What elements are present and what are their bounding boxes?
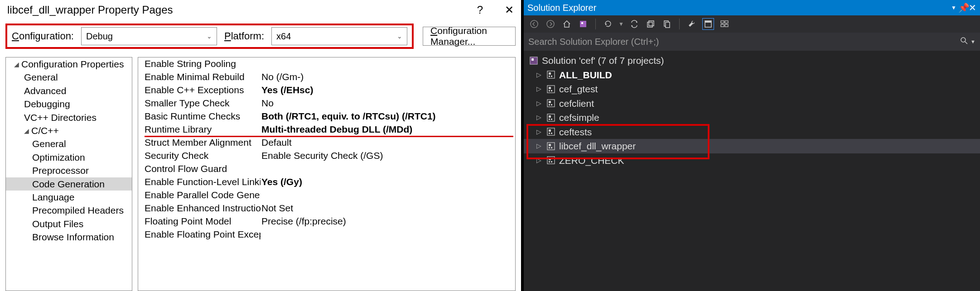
tree-item[interactable]: Code Generation [6,177,132,191]
svg-rect-12 [721,24,724,27]
property-grid[interactable]: Enable String PoolingEnable Minimal Rebu… [138,57,516,291]
property-row[interactable]: Smaller Type CheckNo [138,97,515,110]
property-value[interactable] [261,162,515,176]
expand-caret-icon[interactable]: ▷ [536,113,543,122]
expand-caret-icon[interactable]: ◢ [24,127,29,136]
project-item[interactable]: ▷cefsimple [524,110,980,125]
property-name: Control Flow Guard [138,162,261,176]
help-button[interactable]: ? [477,4,483,16]
property-value[interactable] [261,189,515,202]
tree-item-label: General [32,138,66,149]
property-value[interactable]: No (/Gm-) [261,71,515,84]
tree-item-label: Configuration Properties [21,59,124,69]
property-tree[interactable]: ◢Configuration PropertiesGeneralAdvanced… [5,57,132,291]
search-icon[interactable]: ▼ [960,37,975,47]
tree-item[interactable]: Language [6,191,132,204]
project-item[interactable]: ▷ceftests [524,125,980,139]
solution-explorer-tree[interactable]: Solution 'cef' (7 of 7 projects)▷ALL_BUI… [524,51,980,291]
tree-item[interactable]: VC++ Directories [6,111,132,124]
property-row[interactable]: Basic Runtime ChecksBoth (/RTC1, equiv. … [138,110,515,123]
project-name: cef_gtest [559,82,598,96]
chevron-down-icon: ⌄ [207,33,212,40]
property-value[interactable]: Yes (/EHsc) [261,84,515,97]
tree-item[interactable]: Optimization [6,151,132,164]
expand-caret-icon[interactable]: ▷ [536,127,543,137]
expand-caret-icon[interactable]: ◢ [14,60,19,69]
svg-rect-5 [649,21,654,26]
dialog-title: libcef_dll_wrapper Property Pages [7,4,173,16]
svg-rect-40 [551,133,552,134]
solution-icon[interactable] [577,18,589,30]
property-row[interactable]: Enable Floating Point Exception [138,228,515,241]
preview-selected-icon[interactable] [702,18,714,30]
expand-caret-icon[interactable]: ▷ [536,141,543,151]
sync-icon[interactable] [628,18,640,30]
property-row[interactable]: Floating Point ModelPrecise (/fp:precise… [138,215,515,228]
expand-caret-icon[interactable]: ▷ [536,70,543,80]
refresh-icon[interactable] [602,18,614,30]
property-row[interactable]: Security CheckEnable Security Check (/GS… [138,149,515,162]
expand-caret-icon[interactable]: ▷ [536,99,543,108]
tree-item-label: VC++ Directories [24,112,97,123]
back-icon[interactable] [528,18,540,30]
tree-item[interactable]: Output Files [6,217,132,230]
pin-icon[interactable]: 📌 [958,2,966,13]
solution-explorer-search[interactable]: Search Solution Explorer (Ctrl+;) ▼ [524,33,980,51]
property-value[interactable]: Precise (/fp:precise) [261,215,515,228]
property-row[interactable]: Enable Parallel Code Generation [138,189,515,202]
home-icon[interactable] [561,18,573,30]
project-item[interactable]: ▷cef_gtest [524,82,980,96]
property-value[interactable] [261,57,515,71]
tree-item[interactable]: Browse Information [6,230,132,243]
tree-item[interactable]: Advanced [6,84,132,97]
property-row[interactable]: Control Flow Guard [138,162,515,176]
chevron-down-icon[interactable]: ▼ [618,21,624,27]
show-all-files-icon[interactable] [661,18,673,30]
close-icon[interactable]: ✕ [968,2,976,13]
project-item[interactable]: ▷ALL_BUILD [524,68,980,82]
tree-item-label: Optimization [32,152,85,162]
tree-item[interactable]: ◢C/C++ [6,124,132,137]
tree-item[interactable]: Preprocessor [6,164,132,177]
property-row[interactable]: Enable Function-Level LinkingYes (/Gy) [138,176,515,189]
property-row[interactable]: Runtime LibraryMulti-threaded Debug DLL … [138,123,515,136]
configuration-manager-button[interactable]: Configuration Manager... [423,27,516,46]
property-row[interactable]: Struct Member AlignmentDefault [138,136,515,149]
property-value[interactable]: No [261,97,515,110]
project-item[interactable]: ▷ZERO_CHECK [524,153,980,168]
tree-item[interactable]: General [6,71,132,84]
property-value[interactable]: Not Set [261,202,515,215]
chevron-down-icon[interactable]: ▼ [951,5,956,11]
collapse-all-icon[interactable] [645,18,657,30]
tree-item-label: C/C++ [31,125,59,136]
solution-root[interactable]: Solution 'cef' (7 of 7 projects) [524,53,980,68]
properties-icon[interactable] [686,18,698,30]
property-row[interactable]: Enable String Pooling [138,57,515,71]
view-icon[interactable] [719,18,730,30]
property-value[interactable]: Multi-threaded Debug DLL (/MDd) [261,123,515,136]
close-button[interactable]: ✕ [505,4,514,16]
svg-rect-46 [549,158,551,160]
project-item[interactable]: ▷libcef_dll_wrapper [524,139,980,153]
property-value[interactable]: Enable Security Check (/GS) [261,149,515,162]
property-row[interactable]: Enable Enhanced Instruction SetNot Set [138,202,515,215]
property-value[interactable] [261,228,515,241]
platform-dropdown[interactable]: x64 ⌄ [271,27,407,45]
expand-caret-icon[interactable]: ▷ [536,156,543,165]
forward-icon[interactable] [545,18,556,30]
tree-item[interactable]: Debugging [6,97,132,110]
tree-item[interactable]: Precompiled Headers [6,204,132,217]
property-row[interactable]: Enable Minimal RebuildNo (/Gm-) [138,71,515,84]
platform-value: x64 [276,31,291,42]
property-value[interactable]: Default [261,136,515,149]
tree-item[interactable]: General [6,137,132,150]
configuration-dropdown[interactable]: Debug ⌄ [81,27,217,45]
tree-item[interactable]: ◢Configuration Properties [6,57,132,71]
property-row[interactable]: Enable C++ ExceptionsYes (/EHsc) [138,84,515,97]
expand-caret-icon[interactable]: ▷ [536,84,543,94]
property-value[interactable]: Both (/RTC1, equiv. to /RTCsu) (/RTC1) [261,110,515,123]
project-item[interactable]: ▷cefclient [524,96,980,111]
svg-point-16 [961,38,966,42]
property-value[interactable]: Yes (/Gy) [261,176,515,189]
property-name: Enable Floating Point Exception [138,228,261,241]
